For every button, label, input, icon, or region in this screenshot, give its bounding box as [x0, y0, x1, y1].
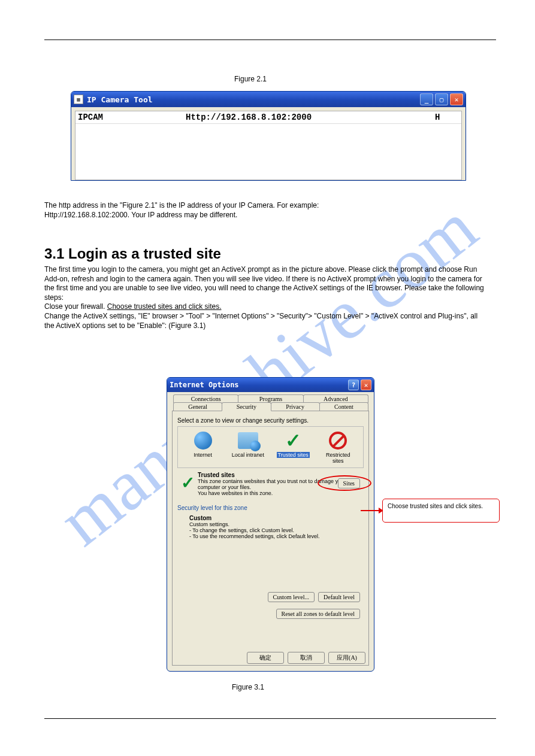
tab-connections[interactable]: Connections: [173, 394, 238, 403]
tab-privacy[interactable]: Privacy: [271, 402, 320, 411]
dialog-title: Internet Options: [170, 381, 348, 389]
app-icon: ▦: [74, 95, 83, 104]
list-item[interactable]: IPCAM Http://192.168.8.102:2000 H: [75, 111, 461, 124]
figure-caption-3: Figure 3.1: [232, 683, 264, 691]
bottom-rule: [44, 718, 496, 719]
tab-content[interactable]: Content: [319, 402, 368, 411]
device-flag: H: [435, 113, 459, 122]
dialog-titlebar[interactable]: Internet Options ? ✕: [167, 378, 374, 392]
minimize-button[interactable]: _: [420, 93, 433, 105]
zone-selector: Internet Local intranet ✓ Trusted sites …: [177, 426, 364, 468]
cancel-button[interactable]: 取消: [288, 652, 325, 664]
zone-restricted-sites[interactable]: Restricted sites: [318, 430, 358, 464]
tab-security[interactable]: Security: [222, 402, 271, 411]
device-list[interactable]: IPCAM Http://192.168.8.102:2000 H: [75, 111, 462, 180]
window-titlebar[interactable]: ▦ IP Camera Tool _ ▢ ✕: [71, 92, 466, 107]
tab-advanced[interactable]: Advanced: [303, 394, 368, 403]
annotation-oval: [318, 475, 371, 491]
custom-level-button[interactable]: Custom level...: [268, 592, 315, 602]
security-level-label: Security level for this zone: [177, 505, 364, 511]
globe-icon: [193, 430, 213, 451]
close-button[interactable]: ✕: [361, 379, 371, 390]
default-level-button[interactable]: Default level: [318, 592, 360, 602]
internet-options-dialog: Internet Options ? ✕ Connections Program…: [167, 377, 374, 672]
maximize-button[interactable]: ▢: [435, 93, 448, 105]
device-url: Http://192.168.8.102:2000: [186, 113, 435, 122]
check-icon: ✓: [181, 473, 195, 493]
intranet-icon: [238, 430, 258, 451]
ok-button[interactable]: 确定: [247, 652, 284, 664]
security-tab-panel: Select a zone to view or change security…: [172, 411, 369, 666]
window-title: IP Camera Tool: [87, 95, 420, 104]
close-button[interactable]: ✕: [450, 93, 463, 105]
section-heading: 3.1 Login as a trusted site: [44, 245, 221, 262]
reset-zones-button[interactable]: Reset all zones to default level: [276, 609, 360, 619]
custom-settings-text: Custom Custom settings. - To change the …: [189, 515, 364, 539]
check-icon: ✓: [283, 430, 303, 451]
zone-local-intranet[interactable]: Local intranet: [228, 430, 268, 464]
apply-button[interactable]: 应用(A): [328, 652, 365, 664]
underlined-instruction: Choose trusted sites and click sites.: [107, 302, 222, 311]
annotation-arrow: [361, 507, 383, 514]
tab-general[interactable]: General: [173, 402, 222, 411]
zone-trusted-sites[interactable]: ✓ Trusted sites: [273, 430, 313, 464]
tab-programs[interactable]: Programs: [238, 394, 303, 403]
help-button[interactable]: ?: [348, 379, 359, 390]
zone-internet[interactable]: Internet: [183, 430, 223, 464]
device-name: IPCAM: [78, 113, 186, 122]
top-rule: [44, 40, 496, 40]
ip-camera-tool-window: ▦ IP Camera Tool _ ▢ ✕ IPCAM Http://192.…: [71, 91, 466, 181]
figure-caption-1: Figure 2.1: [234, 75, 267, 83]
annotation-callout: Choose trusted sites and click sites.: [382, 499, 500, 523]
body-text-2: The first time you login to the camera, …: [44, 265, 488, 330]
zone-prompt: Select a zone to view or change security…: [177, 417, 364, 424]
body-text-1: The http address in the "Figure 2.1" is …: [44, 201, 488, 220]
restricted-icon: [328, 430, 348, 451]
